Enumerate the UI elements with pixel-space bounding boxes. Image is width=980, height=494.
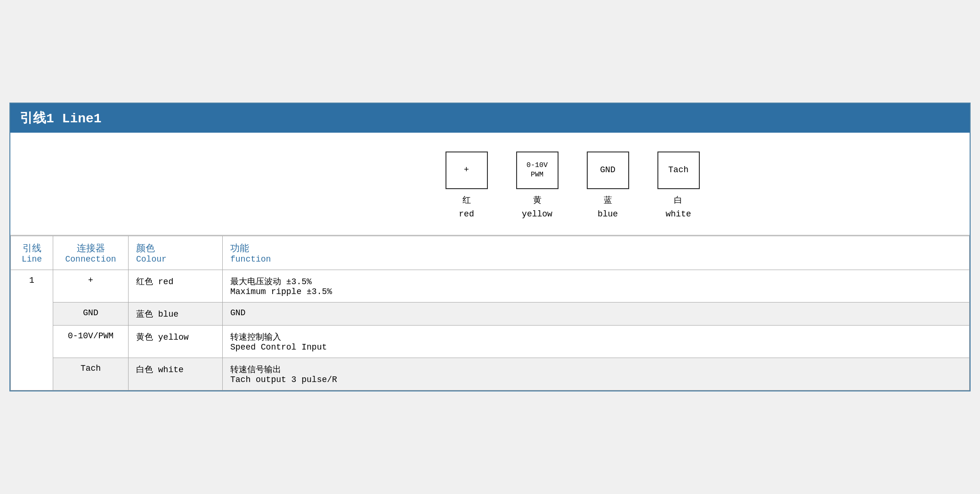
connection-label-pwm: 0-10V/PWM bbox=[68, 331, 113, 341]
colour-english-red: red bbox=[158, 277, 173, 287]
cell-connection-pwm: 0-10V/PWM bbox=[53, 326, 129, 358]
cell-colour-red: 红色 red bbox=[129, 270, 223, 303]
function-chinese-blue: GND bbox=[230, 308, 962, 318]
pin-symbol-tach: Tach bbox=[668, 165, 688, 175]
colour-chinese-white: 白色 bbox=[136, 365, 153, 374]
header-colour: 颜色 Colour bbox=[129, 236, 223, 270]
pin-box-pwm: 0-10VPWM bbox=[516, 151, 559, 189]
cell-colour-white: 白色 white bbox=[129, 358, 223, 390]
function-english-yellow: Speed Control Input bbox=[230, 343, 962, 352]
pin-pwm: 0-10VPWM 黄 yellow bbox=[516, 151, 559, 221]
pin-label-pwm: 黄 yellow bbox=[522, 194, 552, 221]
header-function-chinese: 功能 bbox=[230, 242, 962, 255]
colour-chinese-red: 红色 bbox=[136, 277, 153, 287]
pin-label-tach: 白 white bbox=[665, 194, 691, 221]
cell-function-red: 最大电压波动 ±3.5% Maximum ripple ±3.5% bbox=[223, 270, 970, 303]
header-connection-english: Connection bbox=[61, 255, 121, 264]
function-english-red: Maximum ripple ±3.5% bbox=[230, 287, 962, 296]
function-chinese-red: 最大电压波动 ±3.5% bbox=[230, 276, 962, 287]
pin-english-gnd: blue bbox=[598, 209, 618, 219]
colour-chinese-blue: 蓝色 bbox=[136, 310, 153, 319]
cell-function-yellow: 转速控制输入 Speed Control Input bbox=[223, 326, 970, 358]
header-function: 功能 function bbox=[223, 236, 970, 270]
pin-chinese-plus: 红 bbox=[462, 196, 471, 205]
function-text-blue: GND bbox=[230, 308, 962, 318]
pin-gnd: GND 蓝 blue bbox=[587, 151, 629, 221]
pin-label-gnd: 蓝 blue bbox=[598, 194, 618, 221]
data-table: 引线 Line 连接器 Connection 颜色 Colour 功能 func… bbox=[10, 236, 970, 390]
page-title: 引线1 Line1 bbox=[20, 112, 102, 126]
cell-colour-yellow: 黄色 yellow bbox=[129, 326, 223, 358]
pin-english-plus: red bbox=[459, 209, 474, 219]
pin-chinese-pwm: 黄 bbox=[533, 196, 542, 205]
pin-chinese-gnd: 蓝 bbox=[604, 196, 612, 205]
table-row-1: 1 + 红色 red 最大电压波动 ±3.5% Maximum ripple ±… bbox=[11, 270, 970, 303]
cell-connection-plus: + bbox=[53, 270, 129, 303]
pin-box-gnd: GND bbox=[587, 151, 629, 189]
colour-english-blue: blue bbox=[158, 310, 178, 319]
diagram-inner: + 红 red 0-10VPWM 黄 yellow bbox=[445, 151, 700, 221]
header-function-english: function bbox=[230, 255, 962, 264]
pin-symbol-gnd: GND bbox=[600, 165, 615, 175]
pin-symbol-plus: + bbox=[464, 165, 469, 175]
table-header-row: 引线 Line 连接器 Connection 颜色 Colour 功能 func… bbox=[11, 236, 970, 270]
header-connection: 连接器 Connection bbox=[53, 236, 129, 270]
pin-box-plus: + bbox=[445, 151, 488, 189]
pin-chinese-tach: 白 bbox=[674, 196, 682, 205]
header-line-english: Line bbox=[18, 255, 45, 264]
function-text-red: 最大电压波动 ±3.5% Maximum ripple ±3.5% bbox=[230, 276, 962, 296]
pin-plus: + 红 red bbox=[445, 151, 488, 221]
header-connection-chinese: 连接器 bbox=[61, 242, 121, 255]
pin-tach: Tach 白 white bbox=[657, 151, 700, 221]
cell-connection-gnd: GND bbox=[53, 303, 129, 326]
header-colour-chinese: 颜色 bbox=[136, 242, 215, 255]
table-row-4: Tach 白色 white 转速信号输出 Tach output 3 pulse… bbox=[11, 358, 970, 390]
cell-line-number: 1 bbox=[11, 270, 53, 390]
title-bar: 引线1 Line1 bbox=[10, 104, 970, 133]
pin-box-tach: Tach bbox=[657, 151, 700, 189]
pin-english-tach: white bbox=[665, 209, 691, 219]
diagram-section: + 红 red 0-10VPWM 黄 yellow bbox=[10, 133, 970, 236]
function-text-yellow: 转速控制输入 Speed Control Input bbox=[230, 331, 962, 352]
table-row-2: GND 蓝色 blue GND bbox=[11, 303, 970, 326]
cell-connection-tach: Tach bbox=[53, 358, 129, 390]
function-chinese-yellow: 转速控制输入 bbox=[230, 331, 962, 343]
cell-function-blue: GND bbox=[223, 303, 970, 326]
connection-label-tach: Tach bbox=[81, 364, 101, 373]
table-row-3: 0-10V/PWM 黄色 yellow 转速控制输入 Speed Control… bbox=[11, 326, 970, 358]
function-chinese-white: 转速信号输出 bbox=[230, 364, 962, 375]
header-colour-english: Colour bbox=[136, 255, 215, 264]
pin-english-pwm: yellow bbox=[522, 209, 552, 219]
header-line-chinese: 引线 bbox=[18, 242, 45, 255]
function-text-white: 转速信号输出 Tach output 3 pulse/R bbox=[230, 364, 962, 384]
main-container: 引线1 Line1 + 红 red 0-10VPWM 黄 bbox=[9, 103, 971, 392]
function-english-white: Tach output 3 pulse/R bbox=[230, 375, 962, 384]
cell-function-white: 转速信号输出 Tach output 3 pulse/R bbox=[223, 358, 970, 390]
connection-label-gnd: GND bbox=[83, 308, 98, 318]
colour-english-yellow: yellow bbox=[158, 333, 189, 342]
pin-label-plus: 红 red bbox=[459, 194, 474, 221]
colour-english-white: white bbox=[158, 365, 184, 374]
cell-colour-blue: 蓝色 blue bbox=[129, 303, 223, 326]
header-line: 引线 Line bbox=[11, 236, 53, 270]
colour-chinese-yellow: 黄色 bbox=[136, 333, 153, 342]
connection-label-plus: + bbox=[88, 276, 93, 285]
